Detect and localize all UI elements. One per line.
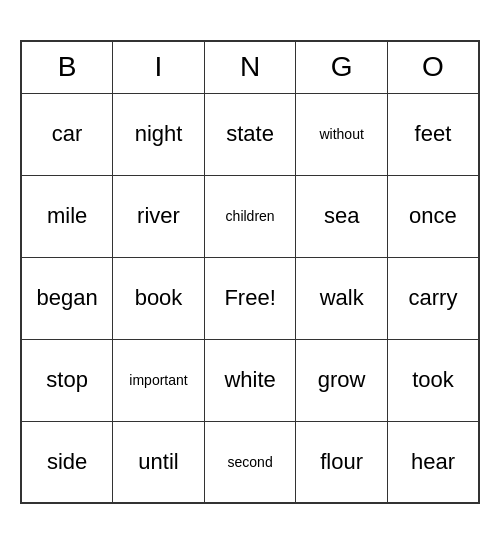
bingo-cell-text-r0-c3: without bbox=[319, 126, 363, 142]
bingo-cell-r2-c4: carry bbox=[387, 257, 479, 339]
bingo-cell-text-r0-c1: night bbox=[135, 121, 183, 146]
bingo-cell-r0-c4: feet bbox=[387, 93, 479, 175]
bingo-cell-text-r1-c1: river bbox=[137, 203, 180, 228]
bingo-card: BINGO carnightstatewithoutfeetmileriverc… bbox=[20, 40, 480, 504]
bingo-cell-r4-c0: side bbox=[21, 421, 113, 503]
bingo-cell-text-r4-c2: second bbox=[228, 454, 273, 470]
header-col-n: N bbox=[204, 41, 296, 93]
bingo-cell-r3-c1: important bbox=[113, 339, 205, 421]
bingo-cell-text-r4-c0: side bbox=[47, 449, 87, 474]
bingo-row-3: stopimportantwhitegrowtook bbox=[21, 339, 479, 421]
bingo-cell-text-r0-c2: state bbox=[226, 121, 274, 146]
bingo-cell-text-r2-c1: book bbox=[135, 285, 183, 310]
bingo-cell-text-r0-c0: car bbox=[52, 121, 83, 146]
header-col-b: B bbox=[21, 41, 113, 93]
bingo-cell-r2-c3: walk bbox=[296, 257, 388, 339]
bingo-cell-r1-c3: sea bbox=[296, 175, 388, 257]
bingo-cell-r1-c1: river bbox=[113, 175, 205, 257]
bingo-cell-text-r4-c4: hear bbox=[411, 449, 455, 474]
bingo-cell-text-r1-c4: once bbox=[409, 203, 457, 228]
bingo-row-1: mileriverchildrenseaonce bbox=[21, 175, 479, 257]
bingo-cell-text-r2-c3: walk bbox=[320, 285, 364, 310]
bingo-cell-text-r2-c2: Free! bbox=[224, 285, 275, 310]
bingo-cell-text-r1-c0: mile bbox=[47, 203, 87, 228]
bingo-cell-text-r3-c2: white bbox=[224, 367, 275, 392]
bingo-row-2: beganbookFree!walkcarry bbox=[21, 257, 479, 339]
header-col-o: O bbox=[387, 41, 479, 93]
bingo-cell-text-r1-c3: sea bbox=[324, 203, 359, 228]
bingo-cell-r4-c4: hear bbox=[387, 421, 479, 503]
bingo-cell-r1-c0: mile bbox=[21, 175, 113, 257]
bingo-cell-r0-c1: night bbox=[113, 93, 205, 175]
bingo-cell-r0-c2: state bbox=[204, 93, 296, 175]
bingo-row-4: sideuntilsecondflourhear bbox=[21, 421, 479, 503]
bingo-header-row: BINGO bbox=[21, 41, 479, 93]
bingo-cell-text-r4-c3: flour bbox=[320, 449, 363, 474]
bingo-cell-r1-c4: once bbox=[387, 175, 479, 257]
bingo-cell-text-r3-c3: grow bbox=[318, 367, 366, 392]
bingo-cell-text-r4-c1: until bbox=[138, 449, 178, 474]
bingo-cell-r4-c1: until bbox=[113, 421, 205, 503]
bingo-cell-r0-c0: car bbox=[21, 93, 113, 175]
bingo-cell-text-r3-c4: took bbox=[412, 367, 454, 392]
bingo-cell-text-r1-c2: children bbox=[226, 208, 275, 224]
header-col-g: G bbox=[296, 41, 388, 93]
bingo-cell-text-r2-c0: began bbox=[37, 285, 98, 310]
bingo-cell-r0-c3: without bbox=[296, 93, 388, 175]
bingo-row-0: carnightstatewithoutfeet bbox=[21, 93, 479, 175]
bingo-cell-r2-c1: book bbox=[113, 257, 205, 339]
bingo-cell-r3-c3: grow bbox=[296, 339, 388, 421]
header-col-i: I bbox=[113, 41, 205, 93]
bingo-cell-r1-c2: children bbox=[204, 175, 296, 257]
bingo-cell-text-r3-c0: stop bbox=[46, 367, 88, 392]
bingo-cell-r3-c2: white bbox=[204, 339, 296, 421]
bingo-cell-text-r2-c4: carry bbox=[409, 285, 458, 310]
bingo-cell-r4-c3: flour bbox=[296, 421, 388, 503]
bingo-cell-r4-c2: second bbox=[204, 421, 296, 503]
bingo-cell-text-r3-c1: important bbox=[129, 372, 187, 388]
bingo-cell-r2-c2: Free! bbox=[204, 257, 296, 339]
bingo-cell-text-r0-c4: feet bbox=[415, 121, 452, 146]
bingo-cell-r3-c4: took bbox=[387, 339, 479, 421]
bingo-cell-r2-c0: began bbox=[21, 257, 113, 339]
bingo-cell-r3-c0: stop bbox=[21, 339, 113, 421]
